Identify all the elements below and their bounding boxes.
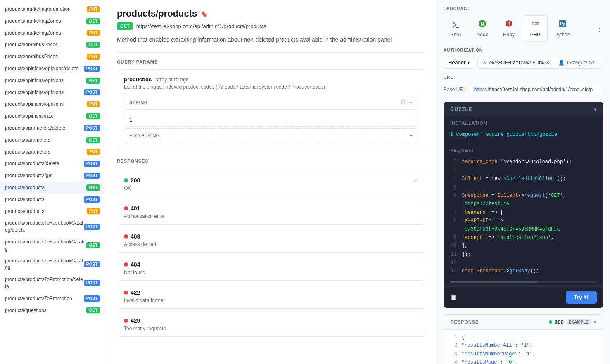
sidebar-item-label-16: products/products	[5, 196, 84, 203]
lang-tab-ruby[interactable]: R Ruby	[496, 15, 521, 41]
code-block-header: GUZZLE ▾	[444, 102, 603, 116]
response-header-200: 200 ⤢	[124, 177, 418, 184]
divider-1	[117, 52, 425, 53]
url-link-part: https://	[474, 87, 489, 92]
sidebar-item-15[interactable]: products/products GET	[0, 182, 105, 194]
sidebar-item-label-15: products/products	[5, 184, 86, 191]
endpoint-url-row: GET https://test.iai-shop.com/api/admin/…	[117, 22, 425, 30]
endpoint-title-text: products/products	[117, 8, 197, 19]
response-panel-header: RESPONSE 200 EXAMPLE ▾	[444, 315, 603, 330]
param-header: productIds array of strings	[124, 76, 418, 83]
auth-type-select[interactable]: Header ▾	[444, 57, 474, 69]
sidebar-item-5[interactable]: products/opinions/opinions/delete POST	[0, 63, 105, 75]
sidebar-item-label-12: products/parameters	[5, 149, 87, 156]
lang-tab-shell[interactable]: Shell	[444, 15, 468, 41]
response-panel-title: RESPONSE	[451, 319, 479, 324]
sidebar-item-2[interactable]: products/marketingZones PUT	[0, 27, 105, 39]
add-string-label: ADD STRING	[129, 133, 160, 139]
sidebar-badge-1: GET	[86, 18, 100, 24]
minus-icon[interactable]: −	[409, 99, 413, 106]
sidebar-item-6[interactable]: products/opinions/opinions GET	[0, 75, 105, 87]
sidebar-item-label-19: products/productsToFacebookCatalog	[5, 239, 86, 253]
sidebar-item-label-8: products/opinions/opinions	[5, 101, 87, 108]
sidebar-item-16[interactable]: products/products POST	[0, 194, 105, 206]
sidebar-item-9[interactable]: products/opinions/rate GET	[0, 110, 105, 122]
sidebar-badge-11: GET	[86, 137, 100, 143]
delete-icon[interactable]: 🗑	[400, 99, 406, 106]
install-cmd: $ composer require guzzlehttp/guzzle	[444, 127, 603, 144]
sidebar-item-4[interactable]: products/omnibusPrices PUT	[0, 51, 105, 63]
more-languages-button[interactable]: ⋮	[596, 24, 603, 33]
sidebar-item-19[interactable]: products/productsToFacebookCatalog GET	[0, 236, 105, 255]
response-item-404: 404 Not found	[117, 256, 425, 281]
sidebar-item-10[interactable]: products/parameters/delete POST	[0, 122, 105, 134]
sidebar-item-label-21: products/productsToPromotion/delete	[5, 276, 84, 290]
plus-icon: +	[410, 133, 413, 139]
language-tabs: ShellN NodeR Rubyphp PHPPy Python⋮	[444, 15, 603, 41]
sidebar-item-8[interactable]: products/opinions/opinions PUT	[0, 98, 105, 110]
sidebar-item-label-4: products/omnibusPrices	[5, 53, 87, 60]
sidebar-item-label-0: products/marketing/promotion	[5, 6, 87, 13]
chevron-up-icon[interactable]: ▾	[594, 106, 597, 112]
lang-tab-php[interactable]: php PHP	[523, 15, 548, 41]
sidebar-item-22[interactable]: products/productsToPromotion POST	[0, 293, 105, 305]
sidebar-item-17[interactable]: products/products PUT	[0, 206, 105, 217]
sidebar-item-7[interactable]: products/opinions/opinions POST	[0, 87, 105, 99]
sidebar-item-3[interactable]: products/omnibusPrices GET	[0, 39, 105, 51]
right-panel: LANGUAGE ShellN NodeR Rubyphp PHPPy Pyth…	[437, 0, 610, 364]
bookmark-icon[interactable]: 🔖	[200, 10, 207, 17]
lang-tab-node[interactable]: N Node	[470, 15, 495, 41]
lang-tab-python[interactable]: Py Python	[549, 15, 575, 41]
response-status-badge: 200 EXAMPLE ▾	[549, 319, 596, 325]
response-code-text-401: 401	[131, 205, 140, 212]
response-desc-200: OK	[124, 185, 418, 191]
sidebar-item-13[interactable]: products/products/delete POST	[0, 158, 105, 170]
status-dot-green	[549, 320, 552, 324]
response-chevron-icon[interactable]: ▾	[593, 319, 596, 325]
sidebar-item-21[interactable]: products/productsToPromotion/delete POST	[0, 274, 105, 293]
lang-label-ruby: Ruby	[503, 32, 515, 38]
add-string-button[interactable]: ADD STRING +	[124, 128, 418, 143]
sidebar-item-11[interactable]: products/parameters GET	[0, 134, 105, 146]
sidebar-item-20[interactable]: products/productsToFacebookCatalog POST	[0, 255, 105, 274]
sidebar-item-label-17: products/products	[5, 208, 87, 215]
lang-label-shell: Shell	[451, 32, 462, 38]
expand-icon-200[interactable]: ⤢	[413, 177, 418, 184]
sidebar-item-label-13: products/products/delete	[5, 160, 84, 167]
response-code-content: 1{2 "resultsNumberAll": "1",3 "resultsNu…	[444, 330, 603, 364]
response-panel: RESPONSE 200 EXAMPLE ▾ 1{2 "resultsNumbe…	[444, 314, 603, 364]
sidebar-badge-6: GET	[86, 78, 100, 84]
sidebar-item-0[interactable]: products/marketing/promotion PUT	[0, 3, 105, 15]
auth-type-text: Header	[448, 59, 466, 66]
line-num-13: 13	[450, 267, 457, 275]
response-header-404: 404	[124, 261, 418, 268]
code-content: 2require_once '\vendor\autoload.php');34…	[444, 154, 603, 280]
query-params-box: productIds array of strings List of the …	[117, 69, 425, 150]
authorization-label: AUTHORIZATION	[444, 48, 603, 52]
svg-text:Py: Py	[560, 21, 565, 26]
sidebar-item-1[interactable]: products/marketingZones GET	[0, 15, 105, 27]
try-it-button[interactable]: Try It!	[566, 291, 597, 304]
sidebar-item-12[interactable]: products/parameters PUT	[0, 146, 105, 158]
response-desc-404: Not found	[124, 269, 418, 275]
response-code-text-403: 403	[131, 233, 140, 240]
query-params-title: QUERY PARAMS	[117, 59, 425, 64]
url-row: Base URL https://https://test.iai-shop.c…	[444, 84, 603, 95]
endpoint-description: Method that enables extracting informati…	[117, 35, 425, 44]
sidebar-item-14[interactable]: products/products/get POST	[0, 170, 105, 182]
auth-token-input[interactable]: 👁 ew38DFH3fYDW45FDr4535RMHK4gfdf 👤 Grzeg…	[477, 57, 603, 69]
code-line-5: 5	[450, 183, 597, 191]
response-header-403: 403	[124, 233, 418, 240]
sidebar-badge-20: POST	[84, 261, 100, 267]
sidebar-item-23[interactable]: products/questions GET	[0, 305, 105, 317]
response-dot-403	[124, 234, 128, 239]
copy-icon[interactable]: 📋	[450, 294, 457, 300]
lang-label-python: Python	[555, 32, 570, 38]
line-num-12: 12	[450, 259, 457, 267]
sidebar-item-label-20: products/productsToFacebookCatalog	[5, 258, 84, 272]
response-desc-401: Authorization error	[124, 213, 418, 219]
sidebar-badge-10: POST	[84, 125, 100, 131]
sidebar-item-18[interactable]: products/productsToFacebookCatalog/delet…	[0, 217, 105, 236]
string-input[interactable]	[124, 113, 418, 127]
sidebar-badge-19: GET	[86, 242, 100, 248]
